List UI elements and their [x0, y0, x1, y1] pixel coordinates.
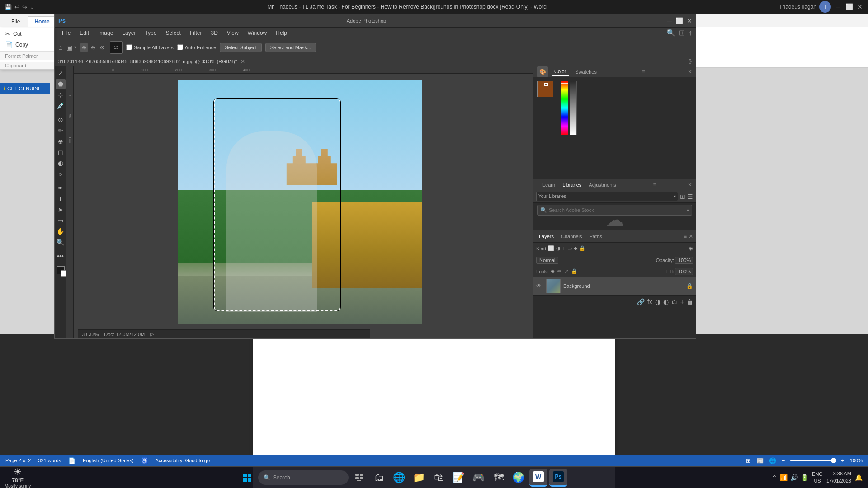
home-icon[interactable]: ⌂: [58, 43, 63, 52]
shape-filter-icon[interactable]: ▭: [567, 245, 572, 251]
dodge-tool[interactable]: ○: [56, 169, 66, 179]
taskbar-maps[interactable]: 🗺: [490, 469, 508, 487]
color-panel-menu[interactable]: ≡: [642, 69, 645, 75]
quick-select-tool[interactable]: ⬟: [56, 79, 66, 89]
eyedropper-panel-icon[interactable]: 🎨: [537, 66, 548, 77]
ps-menu-window[interactable]: Window: [244, 29, 271, 37]
ps-menu-layer[interactable]: Layer: [118, 29, 139, 37]
ps-share-icon[interactable]: ↑: [689, 29, 692, 37]
battery-icon[interactable]: 🔋: [801, 474, 808, 481]
taskbar-search[interactable]: 🔍 Search: [258, 470, 349, 485]
auto-enhance-input[interactable]: [177, 44, 183, 50]
taskbar-file-explorer[interactable]: 🗂: [370, 469, 388, 487]
taskbar-gamebar[interactable]: 🎮: [470, 469, 488, 487]
ps-minimize-btn[interactable]: ─: [667, 17, 672, 24]
tab-file[interactable]: File: [5, 16, 27, 27]
layer-row-background[interactable]: 👁 Background 🔒: [533, 277, 696, 295]
ps-menu-view[interactable]: View: [223, 29, 242, 37]
accessibility-status[interactable]: Accessibility: Good to go: [156, 458, 210, 463]
taskbar-photoshop[interactable]: Ps: [549, 469, 567, 487]
ps-menu-edit[interactable]: Edit: [76, 29, 93, 37]
lock-all-icon[interactable]: 🔒: [571, 268, 577, 274]
gradient-tool[interactable]: ◐: [56, 158, 66, 168]
new-adjustment-btn[interactable]: ◐: [663, 298, 669, 305]
brush-tool[interactable]: ✏: [56, 126, 66, 136]
intersect-selection-btn[interactable]: ⊗: [98, 43, 106, 52]
opacity-value[interactable]: 100%: [675, 257, 693, 264]
taskbar-chrome[interactable]: 🌐: [390, 469, 408, 487]
add-selection-btn[interactable]: ⊕: [80, 43, 88, 52]
spot-heal-tool[interactable]: ⊙: [56, 115, 66, 125]
channels-tab[interactable]: Channels: [558, 233, 585, 240]
notification-btn[interactable]: 🔔: [855, 474, 863, 481]
search-dropdown-icon[interactable]: ▾: [687, 208, 689, 213]
libraries-panel-menu[interactable]: ≡: [653, 182, 656, 188]
copy-popup-item[interactable]: 📄 Copy: [0, 39, 54, 50]
taskbar-explorer[interactable]: 📁: [410, 469, 428, 487]
paths-tab[interactable]: Paths: [587, 233, 605, 240]
brush-size-swatch[interactable]: 13: [110, 41, 123, 54]
sample-all-layers-checkbox[interactable]: Sample All Layers: [126, 44, 174, 50]
accessibility-icon[interactable]: ♿: [141, 457, 148, 464]
delete-layer-btn[interactable]: 🗑: [687, 298, 693, 305]
color-panel-close[interactable]: ✕: [688, 69, 692, 75]
new-layer-btn[interactable]: +: [680, 298, 684, 305]
pen-tool[interactable]: ✒: [56, 183, 66, 193]
libraries-panel-close[interactable]: ✕: [688, 182, 692, 188]
language-indicator[interactable]: English (United States): [83, 458, 134, 463]
volume-icon[interactable]: 🔊: [790, 474, 798, 481]
language-indicator[interactable]: ENG US: [812, 471, 823, 484]
redo-icon[interactable]: ↪: [22, 4, 27, 10]
background-color-swatch[interactable]: [61, 270, 67, 277]
task-view-btn[interactable]: [350, 469, 368, 487]
page-indicator[interactable]: Page 2 of 2: [5, 458, 31, 463]
swatches-tab[interactable]: Swatches: [572, 68, 599, 75]
ps-menu-select[interactable]: Select: [162, 29, 184, 37]
cut-popup-item[interactable]: ✂ Cut: [0, 28, 54, 39]
ps-menu-file[interactable]: File: [58, 29, 74, 37]
learn-tab[interactable]: Learn: [541, 181, 557, 188]
opacity-bar[interactable]: [570, 81, 577, 135]
smart-filter-icon[interactable]: ◆: [574, 245, 577, 251]
web-layout-icon[interactable]: 🌐: [769, 457, 776, 464]
get-genuine-banner[interactable]: ℹ GET GENUINE: [0, 83, 50, 94]
dropdown-icon[interactable]: ▾: [74, 45, 76, 50]
dots-btn[interactable]: •••: [56, 251, 66, 261]
crop-tool[interactable]: ⊹: [56, 90, 66, 100]
weather-widget[interactable]: ☀ 78°F Mostly sunny: [5, 466, 31, 488]
lock-paint-icon[interactable]: ✏: [557, 268, 561, 274]
locked-filter-icon[interactable]: 🔒: [579, 245, 585, 251]
hand-tool[interactable]: ✋: [56, 226, 66, 236]
shape-tool[interactable]: ▭: [56, 216, 66, 225]
close-btn[interactable]: ✕: [856, 3, 863, 10]
layer-visibility-icon[interactable]: 👁: [536, 283, 543, 289]
eraser-tool[interactable]: ◻: [56, 147, 66, 157]
path-select-tool[interactable]: ➤: [56, 205, 66, 215]
ps-menu-image[interactable]: Image: [94, 29, 117, 37]
tab-home[interactable]: Home: [28, 16, 56, 27]
grid-view-icon[interactable]: ⊞: [680, 193, 685, 200]
show-hidden-icons-btn[interactable]: ⌃: [772, 474, 777, 481]
taskbar-notes[interactable]: 📝: [450, 469, 468, 487]
layers-tab[interactable]: Layers: [536, 233, 557, 240]
clone-tool[interactable]: ⊕: [56, 136, 66, 146]
canvas-image[interactable]: [178, 80, 422, 324]
system-clock[interactable]: 8:36 AM 17/01/2023: [826, 470, 851, 484]
eyedropper-tool[interactable]: 💉: [56, 101, 66, 111]
user-avatar[interactable]: T: [819, 1, 831, 13]
taskbar-word[interactable]: W: [529, 469, 547, 487]
foreground-color-swatch[interactable]: [57, 266, 65, 274]
filter-toggle[interactable]: ◉: [689, 245, 693, 251]
start-button[interactable]: [238, 469, 256, 487]
text-filter-icon[interactable]: T: [562, 246, 566, 251]
layers-panel-menu[interactable]: ≡: [684, 233, 687, 239]
move-tool[interactable]: ⤢: [56, 68, 66, 78]
ps-menu-help[interactable]: Help: [272, 29, 291, 37]
lock-position-icon[interactable]: ⊕: [551, 268, 555, 274]
zoom-tool[interactable]: 🔍: [56, 237, 66, 247]
zoom-thumb[interactable]: [831, 458, 836, 463]
network-icon[interactable]: 📶: [780, 474, 788, 481]
doc-tab-name[interactable]: 318231146_467656588786345_88636906041069…: [58, 59, 237, 64]
restore-btn[interactable]: ⬜: [845, 3, 853, 10]
doc-tab-close[interactable]: ✕: [241, 58, 245, 65]
